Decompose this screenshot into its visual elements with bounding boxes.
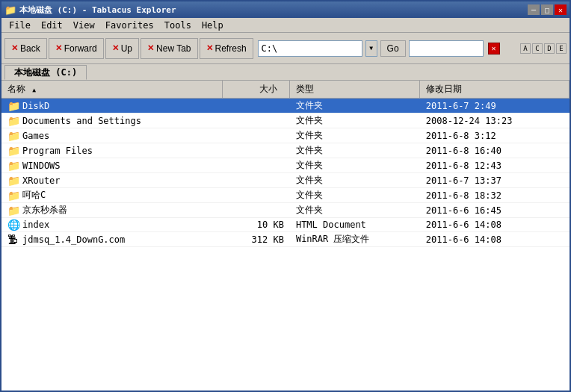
maximize-button[interactable]: □	[541, 4, 553, 15]
table-row[interactable]: 📁Program Files文件夹2011-6-8 16:40	[1, 143, 570, 158]
drive-c[interactable]: C	[532, 43, 543, 54]
table-row[interactable]: 🗜jdmsq_1.4_DownG.com312 KBWinRAR 压缩文件201…	[1, 232, 570, 247]
file-type: 文件夹	[290, 99, 420, 113]
file-type: 文件夹	[290, 128, 420, 143]
close-address-button[interactable]: ✕	[488, 43, 500, 55]
file-name: DiskD	[22, 100, 49, 111]
folder-icon: 📁	[7, 130, 19, 142]
file-date: 2011-6-6 14:08	[420, 232, 570, 247]
file-name-cell: 📁WINDOWS	[1, 158, 223, 173]
forward-button[interactable]: ✕ Forward	[49, 38, 104, 59]
window-title: 本地磁盘 (C:) - Tablacus Explorer	[19, 4, 176, 16]
file-list-body: 📁DiskD文件夹2011-6-7 2:49📁Documents and Set…	[1, 99, 570, 247]
table-row[interactable]: 📁京东秒杀器文件夹2011-6-6 16:45	[1, 203, 570, 218]
file-type: 文件夹	[290, 173, 420, 188]
file-area[interactable]: 名称 ▲ 大小 类型 修改日期 📁DiskD文件夹2011-6-7 2:49📁D…	[1, 81, 570, 391]
menu-edit[interactable]: Edit	[37, 19, 67, 32]
folder-icon: 📁	[7, 145, 19, 157]
folder-icon: 📁	[7, 190, 19, 202]
address-bar: ▼ Go ✕	[258, 40, 500, 57]
folder-icon: 📁	[7, 160, 19, 172]
col-name[interactable]: 名称 ▲	[1, 81, 223, 99]
up-label: Up	[121, 43, 132, 54]
file-size	[223, 99, 290, 113]
up-x-icon: ✕	[112, 43, 119, 53]
file-size	[223, 188, 290, 203]
new-tab-label: New Tab	[156, 43, 191, 54]
file-date: 2011-6-6 14:08	[420, 218, 570, 232]
address-input[interactable]	[258, 40, 362, 57]
file-name: index	[22, 220, 49, 230]
up-button[interactable]: ✕ Up	[105, 38, 139, 59]
file-date: 2011-6-8 3:12	[420, 128, 570, 143]
drive-e[interactable]: E	[556, 43, 567, 54]
menu-tools[interactable]: Tools	[160, 19, 196, 32]
col-date[interactable]: 修改日期	[420, 81, 570, 99]
drive-d[interactable]: D	[544, 43, 555, 54]
table-row[interactable]: 📁Documents and Settings文件夹2008-12-24 13:…	[1, 113, 570, 128]
file-date: 2011-6-6 16:45	[420, 203, 570, 218]
file-name-cell: 📁XRouter	[1, 173, 223, 188]
table-row[interactable]: 📁WINDOWS文件夹2011-6-8 12:43	[1, 158, 570, 173]
folder-icon: 📁	[7, 175, 19, 187]
go-input[interactable]	[409, 40, 484, 57]
back-button[interactable]: ✕ Back	[4, 38, 47, 59]
title-bar: 📁 本地磁盘 (C:) - Tablacus Explorer ─ □ ✕	[1, 1, 570, 18]
table-row[interactable]: 📁Games文件夹2011-6-8 3:12	[1, 128, 570, 143]
toolbar: ✕ Back ✕ Forward ✕ Up ✕ New Tab ✕ Refres…	[1, 33, 570, 64]
folder-icon: 📁	[7, 100, 19, 112]
file-name: Games	[22, 130, 49, 140]
title-controls: ─ □ ✕	[528, 4, 567, 15]
file-size	[223, 158, 290, 173]
file-size	[223, 173, 290, 188]
tab-bar: 本地磁盘 (C:)	[1, 64, 570, 81]
menu-help[interactable]: Help	[197, 19, 228, 32]
file-type: HTML Document	[290, 218, 420, 232]
file-type: 文件夹	[290, 143, 420, 158]
file-type: 文件夹	[290, 158, 420, 173]
menu-view[interactable]: View	[69, 19, 99, 32]
file-size: 312 KB	[223, 232, 290, 247]
table-row[interactable]: 📁XRouter文件夹2011-6-7 13:37	[1, 173, 570, 188]
folder-icon: 📁	[7, 115, 19, 127]
table-row[interactable]: 📁DiskD文件夹2011-6-7 2:49	[1, 99, 570, 113]
address-dropdown[interactable]: ▼	[365, 40, 377, 57]
file-name-cell: 📁呵哈C	[1, 188, 223, 203]
file-name: Documents and Settings	[22, 115, 141, 125]
drive-letters: A C D E	[520, 43, 567, 54]
forward-x-icon: ✕	[55, 43, 62, 53]
close-button[interactable]: ✕	[555, 4, 567, 15]
table-row[interactable]: 📁呵哈C文件夹2011-6-8 18:32	[1, 188, 570, 203]
file-size	[223, 143, 290, 158]
file-name: XRouter	[22, 175, 61, 185]
file-name: Program Files	[22, 145, 93, 155]
go-button[interactable]: Go	[380, 40, 406, 57]
table-row[interactable]: 🌐index10 KBHTML Document2011-6-6 14:08	[1, 218, 570, 232]
new-tab-button[interactable]: ✕ New Tab	[141, 38, 197, 59]
col-type[interactable]: 类型	[290, 81, 420, 99]
html-file-icon: 🌐	[7, 219, 19, 231]
refresh-label: Refresh	[215, 43, 247, 54]
file-size	[223, 128, 290, 143]
file-name: WINDOWS	[22, 160, 61, 170]
menu-file[interactable]: File	[4, 19, 35, 32]
file-type: WinRAR 压缩文件	[290, 232, 420, 247]
minimize-button[interactable]: ─	[528, 4, 540, 15]
forward-label: Forward	[64, 43, 97, 54]
main-window: 📁 本地磁盘 (C:) - Tablacus Explorer ─ □ ✕ Fi…	[0, 0, 571, 392]
col-size[interactable]: 大小	[223, 81, 290, 99]
file-name-cell: 📁京东秒杀器	[1, 203, 223, 218]
file-name-cell: 📁Program Files	[1, 143, 223, 158]
file-name: 京东秒杀器	[22, 205, 67, 215]
file-date: 2011-6-7 13:37	[420, 173, 570, 188]
drive-a[interactable]: A	[520, 43, 531, 54]
tab-local-disk[interactable]: 本地磁盘 (C:)	[4, 65, 87, 80]
file-date: 2011-6-7 2:49	[420, 99, 570, 113]
file-date: 2011-6-8 16:40	[420, 143, 570, 158]
menu-favorites[interactable]: Favorites	[101, 19, 158, 32]
menu-bar: File Edit View Favorites Tools Help	[1, 18, 570, 33]
file-size	[223, 203, 290, 218]
refresh-button[interactable]: ✕ Refresh	[200, 38, 253, 59]
file-type: 文件夹	[290, 113, 420, 128]
file-name-cell: 🌐index	[1, 218, 223, 232]
